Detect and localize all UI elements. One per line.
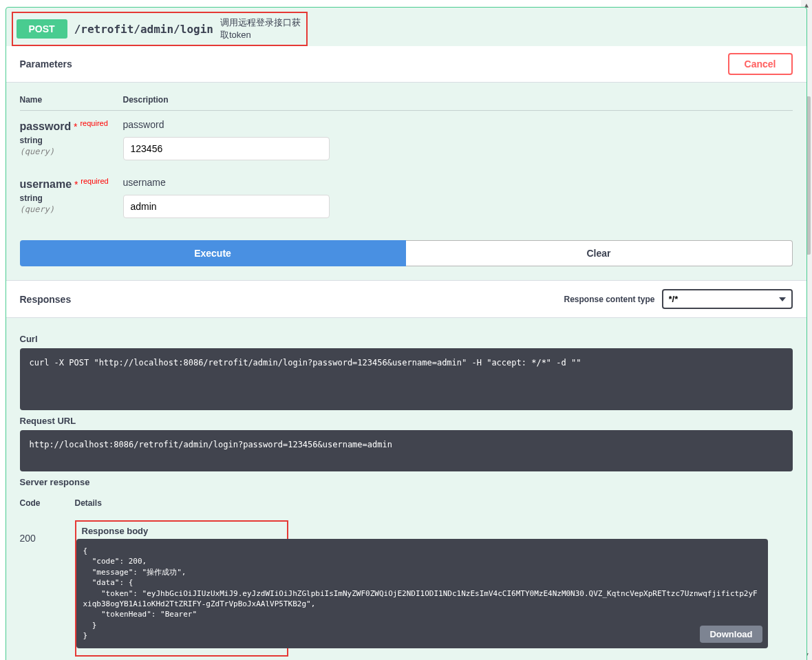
request-url-value[interactable]: http://localhost:8086/retrofit/admin/log… bbox=[20, 430, 793, 471]
col-desc-header: Description bbox=[123, 95, 793, 105]
http-method-badge: POST bbox=[17, 19, 67, 39]
operation-path: /retrofit/admin/login bbox=[74, 23, 213, 36]
param-in: (query) bbox=[20, 147, 123, 156]
operation-block: POST /retrofit/admin/login 调用远程登录接口获取tok… bbox=[6, 7, 807, 660]
request-url-label: Request URL bbox=[20, 416, 793, 426]
response-table-head: Code Details bbox=[20, 491, 793, 513]
param-type: string bbox=[20, 136, 123, 145]
username-input[interactable] bbox=[123, 195, 330, 218]
parameters-title: Parameters bbox=[20, 58, 72, 70]
response-body-highlight: Response body { "code": 200, "message": … bbox=[75, 520, 288, 657]
password-input[interactable] bbox=[123, 137, 330, 160]
clear-button[interactable]: Clear bbox=[406, 240, 793, 266]
response-status-code: 200 bbox=[20, 520, 75, 660]
responses-title: Responses bbox=[20, 294, 72, 305]
param-table-head: Name Description bbox=[20, 89, 793, 111]
param-name: username bbox=[20, 178, 72, 190]
param-row-password: password * required string (query) passw… bbox=[20, 111, 793, 169]
param-description: username bbox=[123, 177, 793, 188]
col-name-header: Name bbox=[20, 95, 123, 105]
param-name: password bbox=[20, 120, 72, 132]
required-star-icon: * bbox=[74, 179, 81, 190]
content-type-select[interactable]: */* bbox=[662, 289, 793, 309]
operation-summary[interactable]: POST /retrofit/admin/login 调用远程登录接口获取tok… bbox=[12, 12, 308, 46]
curl-label: Curl bbox=[20, 334, 793, 344]
code-column-header: Code bbox=[20, 498, 75, 508]
server-response-label: Server response bbox=[20, 477, 793, 487]
required-label: required bbox=[81, 177, 108, 185]
param-description: password bbox=[123, 119, 793, 130]
download-button[interactable]: Download bbox=[700, 626, 762, 643]
response-body-content[interactable]: { "code": 200, "message": "操作成功", "data"… bbox=[76, 539, 768, 648]
execute-button[interactable]: Execute bbox=[20, 240, 406, 266]
param-row-username: username * required string (query) usern… bbox=[20, 169, 793, 226]
action-buttons: Execute Clear bbox=[20, 240, 793, 266]
operation-description: 调用远程登录接口获取token bbox=[220, 17, 303, 41]
response-body-label: Response body bbox=[82, 526, 281, 536]
response-row: 200 Response body { "code": 200, "messag… bbox=[20, 513, 793, 660]
param-in: (query) bbox=[20, 204, 123, 214]
responses-body: Curl curl -X POST "http://localhost:8086… bbox=[6, 318, 806, 660]
responses-header: Responses Response content type */* bbox=[6, 280, 806, 318]
curl-command[interactable]: curl -X POST "http://localhost:8086/retr… bbox=[20, 348, 793, 410]
required-label: required bbox=[80, 119, 107, 127]
content-type-label: Response content type bbox=[564, 295, 654, 304]
param-type: string bbox=[20, 193, 123, 203]
details-column-header: Details bbox=[75, 498, 793, 508]
parameters-body: Name Description password * required str… bbox=[6, 83, 806, 280]
parameters-header: Parameters Cancel bbox=[6, 46, 806, 83]
cancel-button[interactable]: Cancel bbox=[728, 53, 793, 75]
